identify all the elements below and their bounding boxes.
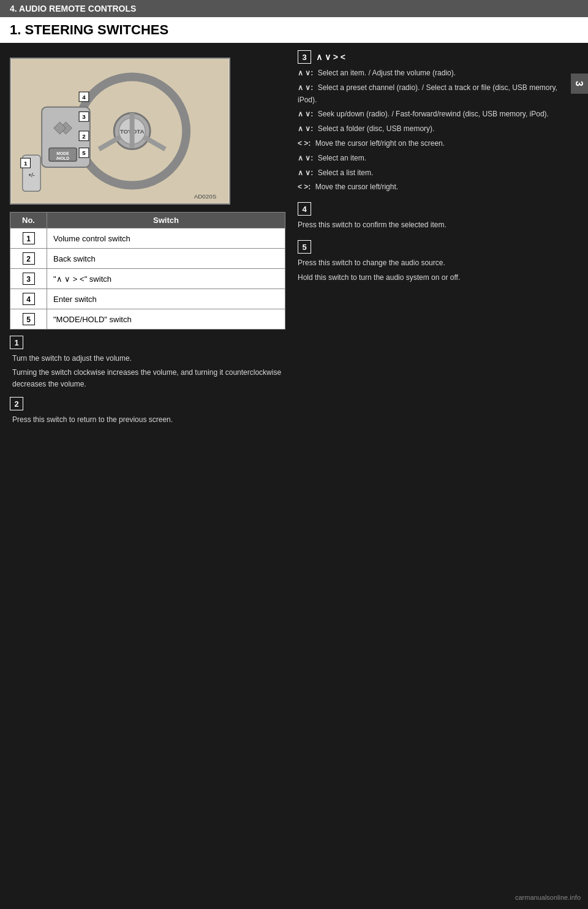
svg-text:MODE: MODE <box>56 151 69 156</box>
section-3: 3 ∧ ∨ > < ∧ ∨: Select an item. / Adjust … <box>298 50 578 194</box>
section-4-header: 4 <box>298 202 578 216</box>
item-text: Select an item. / Adjust the volume (rad… <box>318 69 456 77</box>
right-column: 3 ∧ ∨ > < ∧ ∨: Select an item. / Adjust … <box>293 50 578 431</box>
footer-logo: carmanualsonline.info <box>515 892 581 902</box>
item-text: Select a preset channel (radio). / Selec… <box>298 83 557 104</box>
svg-text:1: 1 <box>24 160 28 167</box>
item-arrows: < >: <box>298 183 313 191</box>
section-3-item-0: ∧ ∨: Select an item. / Adjust the volume… <box>298 67 578 80</box>
section-3-item-2: ∧ ∨: Seek up/down (radio). / Fast-forwar… <box>298 108 578 121</box>
section-3-arrows: ∧ ∨ > < <box>316 52 345 62</box>
header-text: 4. AUDIO REMOTE CONTROLS <box>10 4 136 13</box>
steering-diagram-svg: TOYOTA +/- 1 <box>11 59 229 203</box>
table-cell-num: 5 <box>10 309 47 330</box>
section-1-header: 1 <box>10 336 285 349</box>
table-cell-label: "MODE/HOLD" switch <box>47 309 285 330</box>
section-3-header: 3 ∧ ∨ > < <box>298 50 578 64</box>
item-arrows: ∧ ∨: <box>298 83 315 92</box>
section-4: 4 Press this switch to confirm the selec… <box>298 202 578 232</box>
item-arrows: ∧ ∨: <box>298 69 315 77</box>
section-5-text2: Hold this switch to turn the audio syste… <box>298 272 578 284</box>
item-arrows: ∧ ∨: <box>298 110 315 118</box>
table-row: 3"∧ ∨ > <" switch <box>10 269 285 289</box>
section-2-text1: Press this switch to return to the previ… <box>12 414 285 426</box>
section-3-item-4: < >: Move the cursor left/right on the s… <box>298 138 578 150</box>
content-area: TOYOTA +/- 1 <box>0 43 588 438</box>
section-3-title: ∧ ∨ > < <box>316 52 345 62</box>
svg-text:/HOLD: /HOLD <box>56 156 69 160</box>
item-arrows: ∧ ∨: <box>298 154 315 162</box>
item-text: Select a folder (disc, USB memory). <box>318 124 435 133</box>
section-4-body: Press this switch to confirm the selecte… <box>298 219 578 232</box>
table-header-switch: Switch <box>47 213 285 228</box>
section-2-num: 2 <box>10 397 23 410</box>
footer-logo-text: carmanualsonline.info <box>515 894 581 901</box>
table-cell-label: Back switch <box>47 249 285 269</box>
left-column: TOYOTA +/- 1 <box>10 50 285 431</box>
table-cell-label: Enter switch <box>47 289 285 309</box>
table-cell-num: 2 <box>10 249 47 269</box>
diagram-box: TOYOTA +/- 1 <box>10 58 230 205</box>
svg-text:3: 3 <box>82 113 86 120</box>
section-5-body: Press this switch to change the audio so… <box>298 257 578 284</box>
table-cell-label: "∧ ∨ > <" switch <box>47 269 285 289</box>
svg-text:+/-: +/- <box>28 172 35 178</box>
table-cell-label: Volume control switch <box>47 228 285 249</box>
item-arrows: ∧ ∨: <box>298 124 315 133</box>
switch-table: No. Switch 1Volume control switch2Back s… <box>10 212 285 330</box>
svg-text:AD020S: AD020S <box>194 193 217 200</box>
section-3-item-7: < >: Move the cursor left/right. <box>298 181 578 194</box>
item-text: Move the cursor left/right. <box>315 183 398 191</box>
section-4-text: Press this switch to confirm the selecte… <box>298 219 578 232</box>
section-2-header: 2 <box>10 397 285 410</box>
section-5-header: 5 <box>298 240 578 254</box>
svg-text:2: 2 <box>82 133 86 140</box>
table-cell-num: 3 <box>10 269 47 289</box>
section-3-item-6: ∧ ∨: Select a list item. <box>298 167 578 179</box>
table-row: 2Back switch <box>10 249 285 269</box>
section-1-body: Turn the switch to adjust the volume. Tu… <box>10 353 285 391</box>
section-3-item-1: ∧ ∨: Select a preset channel (radio). / … <box>298 82 578 107</box>
item-arrows: ∧ ∨: <box>298 168 315 177</box>
section-4-num: 4 <box>298 202 311 216</box>
item-text: Move the cursor left/right on the screen… <box>315 139 445 148</box>
svg-text:5: 5 <box>82 149 86 156</box>
page: 4. AUDIO REMOTE CONTROLS 3 1. STEERING S… <box>0 0 588 909</box>
table-row: 5"MODE/HOLD" switch <box>10 309 285 330</box>
section-3-body: ∧ ∨: Select an item. / Adjust the volume… <box>298 67 578 194</box>
header-bar: 4. AUDIO REMOTE CONTROLS <box>0 0 588 17</box>
diagram-inner: TOYOTA +/- 1 <box>11 59 229 203</box>
table-cell-num: 1 <box>10 228 47 249</box>
section-3-item-5: ∧ ∨: Select an item. <box>298 153 578 165</box>
section-5: 5 Press this switch to change the audio … <box>298 240 578 284</box>
table-header-no: No. <box>10 213 47 228</box>
section-5-text1: Press this switch to change the audio so… <box>298 257 578 270</box>
section-2-body: Press this switch to return to the previ… <box>10 414 285 426</box>
table-row: 1Volume control switch <box>10 228 285 249</box>
section-1-text1: Turn the switch to adjust the volume. <box>12 353 285 364</box>
item-text: Seek up/down (radio). / Fast-forward/rew… <box>318 110 549 118</box>
item-arrows: < >: <box>298 139 313 148</box>
section-3-num: 3 <box>298 50 311 64</box>
item-text: Select an item. <box>318 154 366 162</box>
table-cell-num: 4 <box>10 289 47 309</box>
section-5-num: 5 <box>298 240 311 254</box>
item-text: Select a list item. <box>318 168 374 177</box>
section-1-text2: Turning the switch clockwise increases t… <box>12 367 285 390</box>
section-3-item-3: ∧ ∨: Select a folder (disc, USB memory). <box>298 123 578 135</box>
table-row: 4Enter switch <box>10 289 285 309</box>
main-title: 1. STEERING SWITCHES <box>0 17 588 43</box>
section-1-num: 1 <box>10 336 23 349</box>
chapter-tab: 3 <box>571 74 588 94</box>
svg-text:4: 4 <box>82 94 86 100</box>
